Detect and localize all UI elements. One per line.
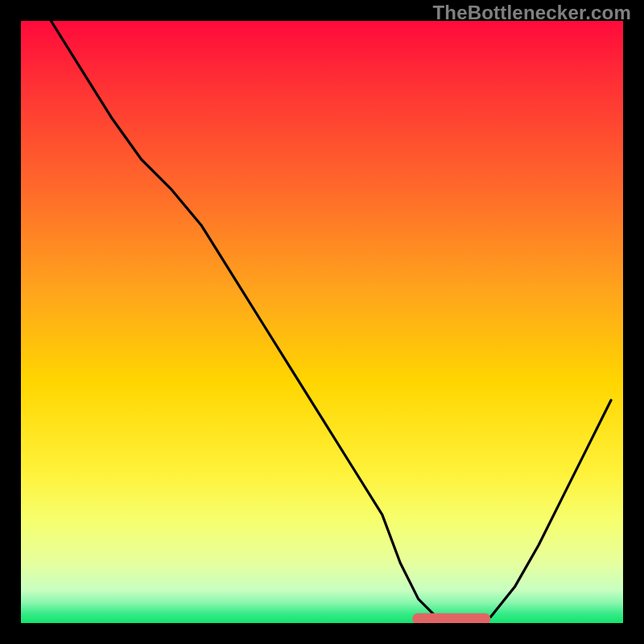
chart-frame: TheBottleneсker.com <box>0 0 644 644</box>
optimal-band-marker <box>412 613 490 623</box>
watermark-text: TheBottleneсker.com <box>432 2 631 24</box>
plot-area <box>21 21 623 623</box>
chart-svg <box>21 21 623 623</box>
gradient-background <box>21 21 623 623</box>
